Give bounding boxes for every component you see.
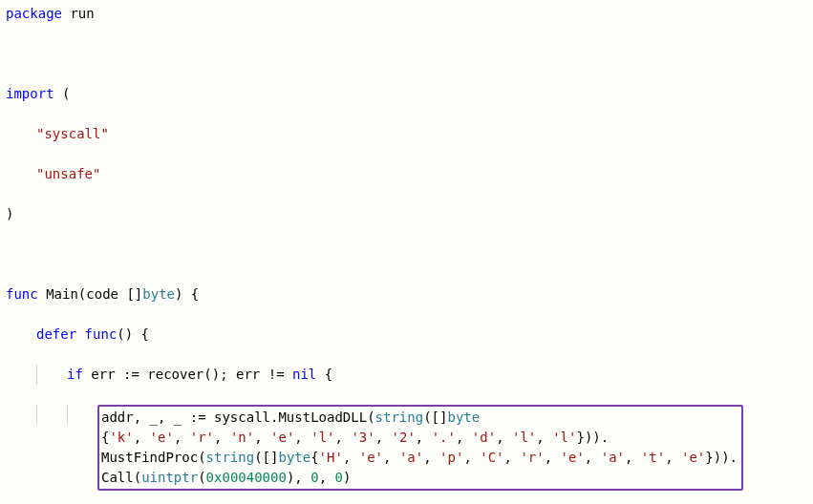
code-line: package run: [6, 4, 807, 24]
code-line: "syscall": [6, 124, 807, 144]
code-line: if err := recover(); err != nil {: [6, 365, 807, 385]
code-line: "unsafe": [6, 164, 807, 184]
code-line: func Main(code []byte) {: [6, 284, 807, 304]
code-line: [6, 244, 807, 264]
code-line: ): [6, 204, 807, 224]
code-line: import (: [6, 84, 807, 104]
highlight-box-1: addr, _, _ := syscall.MustLoadDLL(string…: [97, 405, 743, 491]
code-editor: package run import ( "syscall" "unsafe" …: [0, 0, 813, 504]
code-line: addr, _, _ := syscall.MustLoadDLL(string…: [6, 405, 807, 491]
code-block: package run import ( "syscall" "unsafe" …: [6, 4, 807, 504]
code-line: defer func() {: [6, 325, 807, 345]
code-line: [6, 44, 807, 64]
